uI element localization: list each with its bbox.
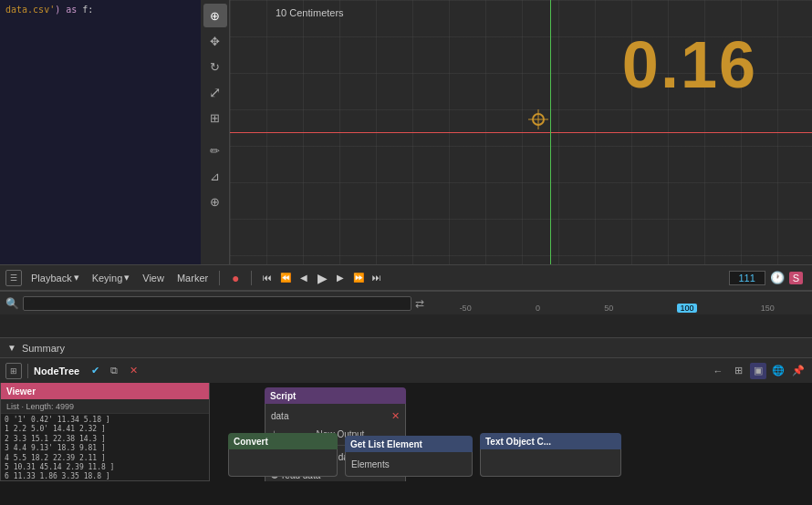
viewer-row: 6 11.33 1.86 3.35 18.8 ] <box>5 472 205 481</box>
node-editor[interactable]: Script data ✕ + New Output read data <box>210 383 812 481</box>
move-tool-icon[interactable]: ✥ <box>203 29 227 53</box>
next-frame-btn[interactable]: ▶ <box>332 270 349 286</box>
jump-start-btn[interactable]: ⏮ <box>259 270 276 286</box>
nodetree-controls: ✔ ⧉ ✕ <box>87 363 141 379</box>
nodetree-back-btn[interactable]: ← <box>710 363 726 379</box>
bottom-nodes: Convert Get List Element Elements Text <box>228 433 807 477</box>
node-convert-header: Convert <box>228 433 338 449</box>
swap-icon[interactable]: ⇄ <box>415 297 424 310</box>
node-elements-row: Elements <box>346 455 472 473</box>
frame-current[interactable]: 111 <box>729 271 765 285</box>
prev-frame-btn[interactable]: ◀ <box>296 270 312 286</box>
separator-2 <box>251 271 252 285</box>
nodetree-header: ⊞ NodeTree ✔ ⧉ ✕ ← ⊞ ▣ 🌐 📌 <box>0 357 812 383</box>
viewer-content: 0 '1' 0.42' 11.34 5.18 ] 1 2.2 5.0' 14.4… <box>1 414 209 481</box>
nodetree-shield-btn[interactable]: ✔ <box>87 363 103 379</box>
node-textobj-header: Text Object C... <box>480 433 621 449</box>
node-convert[interactable]: Convert <box>228 433 338 477</box>
prev-keyframe-btn[interactable]: ⏪ <box>277 270 294 286</box>
snap-btn[interactable]: S <box>789 272 803 284</box>
nodetree-nav-icon[interactable]: ⊞ <box>5 363 22 379</box>
transform-tool-icon[interactable]: ⊞ <box>203 106 227 129</box>
3d-viewport[interactable]: 10 Centimeters 0.16 <box>230 0 812 264</box>
measure-tool-icon[interactable]: ⊿ <box>203 164 227 188</box>
jump-end-btn[interactable]: ⏭ <box>369 270 385 286</box>
viewport-horizontal-line <box>230 132 812 133</box>
view-menu[interactable]: View <box>139 271 168 285</box>
viewer-row: 2 3.3 15.1 22.38 14.3 ] <box>5 435 205 444</box>
viewport-number: 0.16 <box>622 27 757 102</box>
timeline-right-controls: 111 🕐 S <box>729 270 807 286</box>
record-btn[interactable]: ● <box>227 270 244 286</box>
playback-menu[interactable]: Playback ▾ <box>27 270 83 285</box>
next-keyframe-btn[interactable]: ⏩ <box>350 270 367 286</box>
node-data-row[interactable]: data ✕ <box>265 407 405 425</box>
separator-1 <box>219 271 220 285</box>
sidebar-tools: ⊕ ✥ ↻ ⤢ ⊞ ✏ ⊿ ⊕ <box>201 0 230 264</box>
node-data-close[interactable]: ✕ <box>391 410 400 422</box>
viewer-row: 4 5.5 18.2 22.39 2.11 ] <box>5 454 205 463</box>
search-icon: 🔍 <box>5 297 19 310</box>
viewer-row: 3 4.4 9.13' 18.3 9.81 ] <box>5 444 205 453</box>
viewport-scale-label: 10 Centimeters <box>276 7 344 18</box>
search-area: 🔍 ⇄ -50 0 50 100 150 <box>0 291 812 314</box>
tick-marks: -50 0 50 100 150 <box>428 294 807 313</box>
playback-controls: ⏮ ⏪ ◀ ▶ ▶ ⏩ ⏭ <box>259 270 385 286</box>
code-text: data.csv') as f: <box>0 0 201 20</box>
nodetree-pin-btn[interactable]: 📌 <box>790 363 807 379</box>
node-script-header: Script <box>265 387 406 404</box>
code-panel: data.csv') as f: <box>0 0 201 264</box>
viewer-row: 0 '1' 0.42' 11.34 5.18 ] <box>5 416 205 425</box>
node-getlist-body: Elements <box>345 452 473 477</box>
keying-menu[interactable]: Keying ▾ <box>88 270 134 285</box>
timeline-ruler[interactable]: -50 0 50 100 150 <box>428 294 807 313</box>
viewport-vertical-line <box>550 0 551 264</box>
scale-tool-icon[interactable]: ⤢ <box>203 80 227 104</box>
viewport-crosshair <box>532 113 545 126</box>
cursor-tool-icon[interactable]: ⊕ <box>203 4 227 27</box>
play-btn[interactable]: ▶ <box>314 270 330 286</box>
search-input[interactable] <box>23 296 411 311</box>
annotate-tool-icon[interactable]: ✏ <box>203 139 227 162</box>
timing-icon[interactable]: 🕐 <box>769 270 786 286</box>
node-textobj[interactable]: Text Object C... <box>480 433 621 477</box>
nodetree-globe-btn[interactable]: 🌐 <box>770 363 786 379</box>
timeline-toolbar: ☰ Playback ▾ Keying ▾ View Marker ● ⏮ ⏪ … <box>0 265 812 291</box>
node-getlist[interactable]: Get List Element Elements <box>345 436 473 477</box>
node-getlist-header: Get List Element <box>345 436 473 452</box>
viewer-row: 5 10.31 45.14 2.39 11.8 ] <box>5 463 205 472</box>
summary-expand-icon[interactable]: ▼ <box>7 343 16 353</box>
summary-label: Summary <box>22 343 65 354</box>
viewer-panel: Viewer List · Length: 4999 0 '1' 0.42' 1… <box>0 383 210 481</box>
node-textobj-body <box>480 449 621 477</box>
separator <box>27 364 28 378</box>
add-tool-icon[interactable]: ⊕ <box>203 190 227 213</box>
nodetree-close-btn[interactable]: ✕ <box>125 363 141 379</box>
rotate-tool-icon[interactable]: ↻ <box>203 55 227 78</box>
nodetree-layout-btn[interactable]: ⊞ <box>730 363 746 379</box>
summary-bar[interactable]: ▼ Summary <box>0 337 812 357</box>
timeline-menu-icon[interactable]: ☰ <box>5 270 22 286</box>
viewer-header: Viewer <box>1 383 209 399</box>
marker-menu[interactable]: Marker <box>173 271 212 285</box>
bottom-area: Viewer List · Length: 4999 0 '1' 0.42' 1… <box>0 383 812 481</box>
nodetree-overlay-btn[interactable]: ▣ <box>750 363 766 379</box>
nodetree-copy-btn[interactable]: ⧉ <box>106 363 122 379</box>
node-convert-body <box>228 449 338 477</box>
viewer-row: 1 2.2 5.0' 14.41 2.32 ] <box>5 425 205 434</box>
timeline-area: ☰ Playback ▾ Keying ▾ View Marker ● ⏮ ⏪ … <box>0 264 812 337</box>
viewer-subheader: List · Length: 4999 <box>1 399 209 414</box>
nodetree-name: NodeTree <box>34 366 79 376</box>
